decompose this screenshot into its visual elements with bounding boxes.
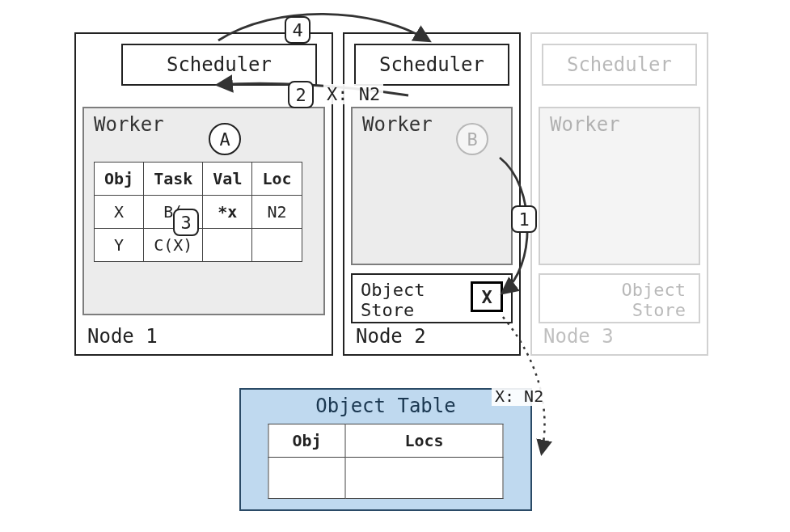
object-store-label: Object Store bbox=[361, 280, 425, 321]
node-3-label: Node 3 bbox=[543, 325, 614, 348]
node-3-worker: Worker bbox=[539, 107, 700, 265]
step-4-badge: 4 bbox=[285, 16, 311, 44]
object-table-panel: Object Table Obj Locs bbox=[239, 388, 532, 511]
ot-h-locs: Locs bbox=[345, 424, 503, 458]
step-1-badge: 1 bbox=[511, 205, 537, 233]
node-3-object-store: Object Store bbox=[539, 273, 700, 323]
node-2-worker: Worker bbox=[351, 107, 513, 265]
wt-h-loc: Loc bbox=[252, 163, 302, 196]
wt-r1-obj: Y bbox=[95, 229, 144, 262]
node-1-worker-label: Worker bbox=[94, 113, 164, 136]
annotation-arrow-2: X: N2 bbox=[323, 84, 383, 104]
wt-h-val: Val bbox=[203, 163, 252, 196]
ot-r0-locs bbox=[345, 458, 503, 499]
object-store-item-x: X bbox=[471, 281, 503, 312]
wt-r1-loc bbox=[252, 229, 302, 262]
wt-h-obj: Obj bbox=[95, 163, 144, 196]
wt-r0-val: *x bbox=[203, 196, 252, 229]
object-table-title: Object Table bbox=[241, 390, 530, 424]
node-1-label: Node 1 bbox=[87, 325, 158, 348]
object-store-label-ghost: Object Store bbox=[622, 280, 686, 321]
node-3-scheduler: Scheduler bbox=[542, 44, 697, 86]
node-2-worker-label: Worker bbox=[362, 113, 433, 136]
step-2-badge: 2 bbox=[288, 81, 314, 108]
node-1-scheduler: Scheduler bbox=[121, 44, 317, 86]
object-table-header-row: Obj Locs bbox=[268, 424, 503, 458]
worker-b-badge: B bbox=[456, 123, 488, 155]
ot-r0-obj bbox=[268, 458, 345, 499]
object-table: Obj Locs bbox=[268, 424, 504, 499]
ot-h-obj: Obj bbox=[268, 424, 345, 458]
object-table-row bbox=[268, 458, 503, 499]
wt-r0-loc: N2 bbox=[252, 196, 302, 229]
worker-table-row: Y C(X) bbox=[95, 229, 302, 262]
worker-table-header-row: Obj Task Val Loc bbox=[95, 163, 302, 196]
wt-r1-val bbox=[203, 229, 252, 262]
step-3-badge: 3 bbox=[173, 209, 199, 236]
node-2-scheduler: Scheduler bbox=[354, 44, 509, 86]
wt-r0-obj: X bbox=[95, 196, 144, 229]
annotation-store-arrow: X: N2 bbox=[492, 386, 547, 406]
wt-h-task: Task bbox=[144, 163, 203, 196]
node-2-label: Node 2 bbox=[356, 325, 426, 348]
node-3-worker-label: Worker bbox=[550, 113, 620, 136]
diagram-stage: Node 1 Scheduler Worker A Obj Task Val L… bbox=[0, 0, 790, 532]
worker-a-badge: A bbox=[209, 123, 241, 155]
